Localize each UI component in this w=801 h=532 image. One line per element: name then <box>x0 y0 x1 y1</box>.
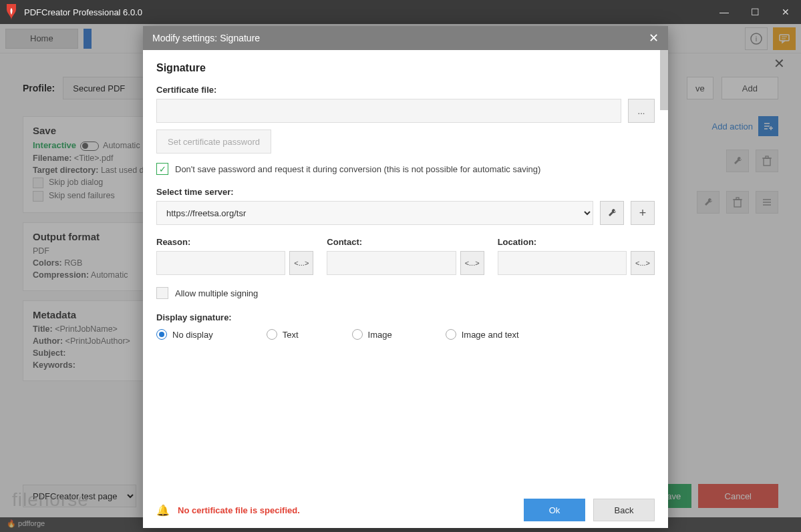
server-add-button[interactable]: + <box>631 201 655 225</box>
reason-input[interactable] <box>156 251 285 275</box>
modal-close-button[interactable]: ✕ <box>649 31 659 45</box>
time-server-select[interactable]: https://freetsa.org/tsr <box>156 201 593 225</box>
radio-text[interactable]: Text <box>267 329 299 340</box>
signature-heading: Signature <box>156 62 655 74</box>
cert-file-input[interactable] <box>156 99 621 123</box>
signature-modal: Modify settings: Signature ✕ Signature C… <box>143 26 668 528</box>
browse-button[interactable]: ... <box>628 99 655 123</box>
display-signature-label: Display signature: <box>156 312 655 322</box>
reason-label: Reason: <box>156 237 313 247</box>
location-token-button[interactable]: <...> <box>631 251 655 275</box>
wrench-icon <box>607 208 617 218</box>
contact-input[interactable] <box>327 251 456 275</box>
time-server-label: Select time server: <box>156 187 655 197</box>
dont-save-checkbox[interactable]: ✓ <box>156 163 168 175</box>
location-label: Location: <box>498 237 655 247</box>
modal-header: Modify settings: Signature ✕ <box>143 26 668 50</box>
contact-token-button[interactable]: <...> <box>460 251 484 275</box>
allow-multi-label: Allow multiple signing <box>175 288 258 298</box>
error-text: No certificate file is specified. <box>178 505 300 515</box>
minimize-button[interactable]: — <box>709 0 740 24</box>
error-icon: 🔔 <box>156 504 170 517</box>
dont-save-label: Don't save password and request it durin… <box>175 164 540 174</box>
location-input[interactable] <box>498 251 627 275</box>
maximize-button[interactable]: ☐ <box>740 0 770 24</box>
radio-image-text[interactable]: Image and text <box>446 329 519 340</box>
modal-title: Modify settings: Signature <box>152 33 260 43</box>
app-logo-icon <box>5 4 17 20</box>
modal-footer: 🔔 No certificate file is specified. Ok B… <box>143 492 668 528</box>
window-title: PDFCreator Professional 6.0.0 <box>24 7 142 17</box>
allow-multi-checkbox[interactable] <box>156 287 168 299</box>
radio-no-display[interactable]: No display <box>156 329 213 340</box>
radio-image[interactable]: Image <box>352 329 392 340</box>
titlebar: PDFCreator Professional 6.0.0 — ☐ ✕ <box>0 0 801 24</box>
cert-file-label: Certificate file: <box>156 85 655 95</box>
set-password-button[interactable]: Set certificate password <box>156 129 271 154</box>
ok-button[interactable]: Ok <box>524 499 585 521</box>
back-button[interactable]: Back <box>593 499 655 521</box>
window-close-button[interactable]: ✕ <box>770 0 801 24</box>
reason-token-button[interactable]: <...> <box>289 251 313 275</box>
server-config-button[interactable] <box>600 201 624 225</box>
contact-label: Contact: <box>327 237 484 247</box>
